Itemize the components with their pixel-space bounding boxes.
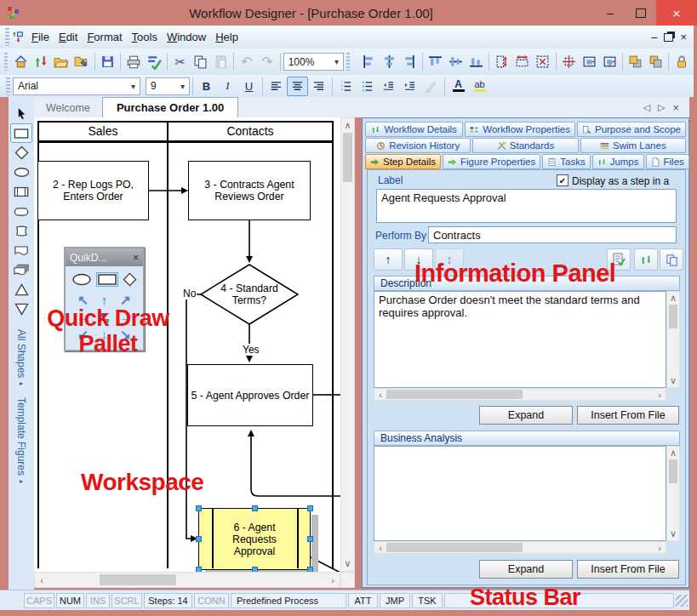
terminator-tool[interactable] <box>10 202 32 221</box>
quickdraw-rect-tool-selected[interactable] <box>96 272 118 287</box>
draw-sw-arrow[interactable]: ↙ <box>77 326 89 343</box>
menu-window[interactable]: Window <box>165 28 214 46</box>
predefined-process-tool[interactable] <box>10 182 32 202</box>
same-size-button[interactable] <box>533 51 553 73</box>
business-vscrollbar[interactable]: ∧ ∨ <box>666 446 680 541</box>
scroll-up-arrow[interactable]: ∧ <box>667 292 679 304</box>
scroll-left-arrow[interactable]: ‹ <box>374 390 386 400</box>
copy-button[interactable] <box>191 51 211 73</box>
align-middle-button[interactable] <box>446 51 466 73</box>
quickdraw-titlebar[interactable]: QuikD... × <box>66 248 143 266</box>
connector-return-step5[interactable] <box>251 436 340 496</box>
mdi-restore-button[interactable] <box>664 33 673 42</box>
scroll-up-arrow[interactable]: ∧ <box>667 447 679 459</box>
move-down-button[interactable]: ↓ <box>404 248 433 271</box>
quickdraw-palette[interactable]: QuikD... × ↖ ↑ ↗ ← → ↙ ↓ ↘ <box>64 247 145 351</box>
draw-nw-arrow[interactable]: ↖ <box>77 292 89 309</box>
redo-button[interactable]: ↷ <box>257 51 277 73</box>
undo-button[interactable]: ↶ <box>237 51 257 73</box>
quickdraw-close-button[interactable]: × <box>133 252 139 264</box>
font-name-combobox[interactable]: Arial ▾ <box>13 77 140 95</box>
step-5-box[interactable]: 5 - Agent Approves Order <box>187 364 313 426</box>
selection-handle[interactable] <box>252 505 258 511</box>
ellipse-tool[interactable] <box>10 163 32 182</box>
save-button[interactable] <box>98 51 118 73</box>
scrollbar-thumb[interactable] <box>100 574 176 585</box>
business-expand-button[interactable]: Expand <box>479 560 573 579</box>
menu-format[interactable]: Format <box>85 28 129 46</box>
italic-button[interactable]: I <box>217 77 238 96</box>
tab-step-details[interactable]: Step Details <box>365 154 441 169</box>
paste-button[interactable] <box>210 51 231 73</box>
scroll-down-arrow[interactable]: ∨ <box>667 528 679 539</box>
quickdraw-diamond-tool[interactable] <box>123 272 137 287</box>
center-in-drawing-button[interactable] <box>558 51 579 73</box>
menu-tools[interactable]: Tools <box>130 28 165 46</box>
tab-jumps[interactable]: Jumps <box>592 154 644 169</box>
draw-se-arrow[interactable]: ↘ <box>120 326 131 343</box>
bullet-list-button[interactable] <box>357 77 378 96</box>
fit-page-button[interactable] <box>599 51 620 73</box>
step-3-box[interactable]: 3 - Contracts Agent Reviews Order <box>188 161 311 220</box>
description-vscrollbar[interactable]: ∧ ∨ <box>666 291 680 388</box>
mdi-close-button[interactable]: × <box>680 31 687 43</box>
go-to-workflow-button[interactable] <box>634 248 658 271</box>
tab-revision-history[interactable]: Revision History <box>365 138 471 153</box>
triangle-down-tool[interactable] <box>10 299 32 319</box>
lock-button[interactable] <box>671 51 692 73</box>
draw-e-arrow[interactable]: → <box>119 309 132 326</box>
tab-figure-properties[interactable]: Figure Properties <box>443 154 540 169</box>
align-left-button[interactable] <box>358 51 379 73</box>
workspace-canvas[interactable]: Sales Contacts 2 - Rep Logs PO, En <box>34 117 340 572</box>
tab-swim-lanes[interactable]: Swim Lanes <box>580 138 686 153</box>
copy-figure-button[interactable] <box>660 248 683 271</box>
draw-ne-arrow[interactable]: ↗ <box>120 292 131 309</box>
scroll-down-arrow[interactable]: ∨ <box>341 558 354 569</box>
menu-edit[interactable]: Edit <box>57 28 85 46</box>
scroll-right-arrow[interactable]: › <box>326 575 340 585</box>
underline-button[interactable]: U <box>238 77 260 96</box>
description-hscrollbar[interactable]: ‹ › <box>374 388 666 401</box>
import-workflow-button[interactable] <box>71 51 92 73</box>
label-input[interactable]: Agent Requests Approval <box>376 189 677 223</box>
pointer-tool[interactable] <box>10 104 32 123</box>
quickdraw-ellipse-tool[interactable] <box>71 273 92 286</box>
business-hscrollbar[interactable]: ‹ › <box>374 541 666 554</box>
report-button[interactable] <box>607 248 631 271</box>
scrollbar-thumb[interactable] <box>669 459 677 483</box>
description-insert-from-file-button[interactable]: Insert From File <box>577 406 679 425</box>
diamond-tool[interactable] <box>10 143 32 163</box>
scrollbar-thumb[interactable] <box>386 543 523 552</box>
spellcheck-button[interactable] <box>144 51 164 73</box>
home-button[interactable] <box>10 51 31 73</box>
tab-files[interactable]: Files <box>646 154 689 169</box>
scroll-right-arrow[interactable]: › <box>654 543 666 553</box>
selection-handle[interactable] <box>307 536 313 542</box>
bold-button[interactable]: B <box>196 77 217 96</box>
same-height-button[interactable] <box>512 51 533 73</box>
cut-button[interactable]: ✂ <box>170 51 191 73</box>
open-button[interactable] <box>51 51 71 73</box>
canvas-horizontal-scrollbar[interactable]: ‹ › <box>34 572 340 588</box>
business-analysis-textarea[interactable] <box>374 446 666 541</box>
scrollbar-thumb[interactable] <box>343 133 352 182</box>
resize-grip[interactable] <box>676 595 688 607</box>
triangle-up-tool[interactable] <box>10 280 32 299</box>
scroll-left-arrow[interactable]: ‹ <box>35 575 49 585</box>
multi-document-shape-tool[interactable] <box>10 260 32 280</box>
description-expand-button[interactable]: Expand <box>479 406 573 425</box>
mdi-minimize-button[interactable]: – <box>651 31 657 43</box>
text-align-left-button[interactable] <box>266 77 287 96</box>
tab-purchase-order[interactable]: Purchase Order 1.00 <box>102 97 238 117</box>
scroll-left-arrow[interactable]: ‹ <box>374 543 386 553</box>
fit-width-button[interactable] <box>579 51 599 73</box>
template-figures-label[interactable]: Template Figures <box>15 397 27 476</box>
same-width-button[interactable] <box>492 51 512 73</box>
display-shape-tool[interactable] <box>10 221 32 241</box>
tab-purpose-and-scope[interactable]: Purpose and Scope <box>577 122 686 137</box>
menu-file[interactable]: File <box>30 28 57 46</box>
selection-handle[interactable] <box>196 505 202 511</box>
scroll-right-arrow[interactable]: › <box>654 390 666 400</box>
decrease-indent-button[interactable] <box>378 77 399 96</box>
highlight-color-button[interactable]: ab <box>469 77 490 96</box>
